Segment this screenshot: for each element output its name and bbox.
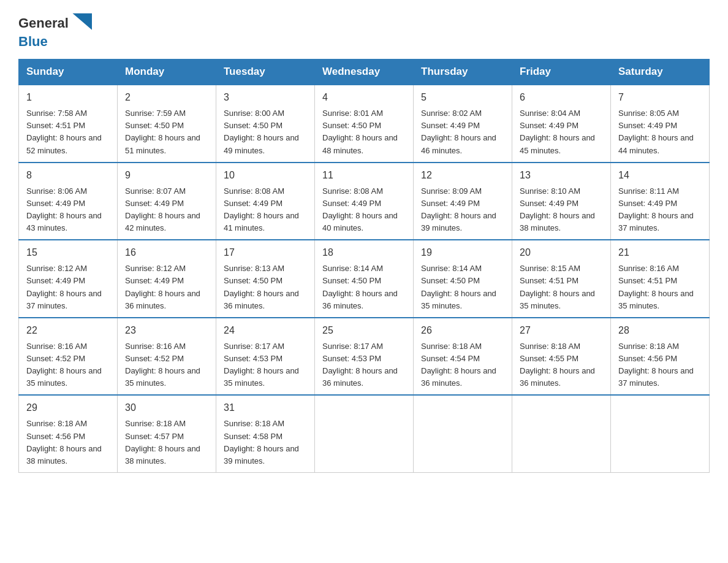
calendar-day-cell: 30Sunrise: 8:18 AMSunset: 4:57 PMDayligh…: [118, 395, 216, 472]
day-info: Sunrise: 8:10 AMSunset: 4:49 PMDaylight:…: [520, 185, 603, 235]
day-info: Sunrise: 8:16 AMSunset: 4:51 PMDaylight:…: [618, 262, 702, 312]
page-header: General Blue: [18, 12, 710, 49]
calendar-empty-cell: [315, 395, 414, 472]
day-number: 30: [125, 400, 208, 415]
day-info: Sunrise: 8:18 AMSunset: 4:54 PMDaylight:…: [421, 340, 504, 390]
day-info: Sunrise: 8:13 AMSunset: 4:50 PMDaylight:…: [224, 262, 307, 312]
day-number: 1: [26, 90, 110, 105]
day-number: 14: [618, 168, 702, 183]
calendar-week-row: 29Sunrise: 8:18 AMSunset: 4:56 PMDayligh…: [19, 395, 710, 472]
day-number: 16: [125, 245, 208, 260]
logo-triangle-icon: [70, 12, 92, 34]
weekday-header-sunday: Sunday: [19, 59, 118, 85]
calendar-day-cell: 10Sunrise: 8:08 AMSunset: 4:49 PMDayligh…: [216, 163, 315, 240]
day-number: 22: [26, 323, 110, 338]
day-info: Sunrise: 8:02 AMSunset: 4:49 PMDaylight:…: [421, 107, 504, 157]
day-info: Sunrise: 8:01 AMSunset: 4:50 PMDaylight:…: [322, 107, 406, 157]
day-number: 4: [322, 90, 406, 105]
day-info: Sunrise: 8:18 AMSunset: 4:58 PMDaylight:…: [224, 418, 307, 467]
day-info: Sunrise: 8:09 AMSunset: 4:49 PMDaylight:…: [421, 185, 504, 235]
day-number: 17: [224, 245, 307, 260]
calendar-day-cell: 15Sunrise: 8:12 AMSunset: 4:49 PMDayligh…: [19, 240, 118, 318]
day-number: 31: [224, 400, 307, 415]
day-number: 5: [421, 90, 504, 105]
day-info: Sunrise: 8:04 AMSunset: 4:49 PMDaylight:…: [520, 107, 603, 157]
calendar-day-cell: 26Sunrise: 8:18 AMSunset: 4:54 PMDayligh…: [414, 318, 512, 396]
day-info: Sunrise: 8:15 AMSunset: 4:51 PMDaylight:…: [520, 262, 603, 312]
calendar-day-cell: 11Sunrise: 8:08 AMSunset: 4:49 PMDayligh…: [315, 163, 414, 240]
calendar-week-row: 22Sunrise: 8:16 AMSunset: 4:52 PMDayligh…: [19, 318, 710, 396]
day-number: 10: [224, 168, 307, 183]
logo: General Blue: [18, 12, 92, 49]
day-info: Sunrise: 8:18 AMSunset: 4:57 PMDaylight:…: [125, 418, 208, 467]
weekday-header-tuesday: Tuesday: [216, 59, 315, 85]
day-info: Sunrise: 8:12 AMSunset: 4:49 PMDaylight:…: [125, 262, 208, 312]
day-info: Sunrise: 8:18 AMSunset: 4:56 PMDaylight:…: [618, 340, 702, 390]
day-number: 26: [421, 323, 504, 338]
calendar-day-cell: 29Sunrise: 8:18 AMSunset: 4:56 PMDayligh…: [19, 395, 118, 472]
calendar-day-cell: 21Sunrise: 8:16 AMSunset: 4:51 PMDayligh…: [611, 240, 710, 318]
day-number: 3: [224, 90, 307, 105]
day-info: Sunrise: 8:17 AMSunset: 4:53 PMDaylight:…: [224, 340, 307, 390]
calendar-empty-cell: [611, 395, 710, 472]
day-info: Sunrise: 8:17 AMSunset: 4:53 PMDaylight:…: [322, 340, 406, 390]
day-info: Sunrise: 8:18 AMSunset: 4:55 PMDaylight:…: [520, 340, 603, 390]
logo-text-blue: Blue: [18, 34, 48, 49]
day-info: Sunrise: 8:11 AMSunset: 4:49 PMDaylight:…: [618, 185, 702, 235]
day-number: 8: [26, 168, 110, 183]
calendar-day-cell: 3Sunrise: 8:00 AMSunset: 4:50 PMDaylight…: [216, 85, 315, 163]
weekday-header-saturday: Saturday: [611, 59, 710, 85]
weekday-header-thursday: Thursday: [414, 59, 512, 85]
day-info: Sunrise: 8:08 AMSunset: 4:49 PMDaylight:…: [224, 185, 307, 235]
calendar-day-cell: 22Sunrise: 8:16 AMSunset: 4:52 PMDayligh…: [19, 318, 118, 396]
day-number: 18: [322, 245, 406, 260]
calendar-day-cell: 19Sunrise: 8:14 AMSunset: 4:50 PMDayligh…: [414, 240, 512, 318]
day-number: 20: [520, 245, 603, 260]
calendar-week-row: 1Sunrise: 7:58 AMSunset: 4:51 PMDaylight…: [19, 85, 710, 163]
day-info: Sunrise: 7:59 AMSunset: 4:50 PMDaylight:…: [125, 107, 208, 157]
day-number: 21: [618, 245, 702, 260]
calendar-day-cell: 16Sunrise: 8:12 AMSunset: 4:49 PMDayligh…: [118, 240, 216, 318]
day-info: Sunrise: 8:00 AMSunset: 4:50 PMDaylight:…: [224, 107, 307, 157]
day-info: Sunrise: 7:58 AMSunset: 4:51 PMDaylight:…: [26, 107, 110, 157]
day-info: Sunrise: 8:08 AMSunset: 4:49 PMDaylight:…: [322, 185, 406, 235]
day-number: 7: [618, 90, 702, 105]
calendar-week-row: 8Sunrise: 8:06 AMSunset: 4:49 PMDaylight…: [19, 163, 710, 240]
calendar-day-cell: 31Sunrise: 8:18 AMSunset: 4:58 PMDayligh…: [216, 395, 315, 472]
calendar-day-cell: 1Sunrise: 7:58 AMSunset: 4:51 PMDaylight…: [19, 85, 118, 163]
weekday-header-monday: Monday: [118, 59, 216, 85]
calendar-day-cell: 7Sunrise: 8:05 AMSunset: 4:49 PMDaylight…: [611, 85, 710, 163]
day-number: 6: [520, 90, 603, 105]
svg-marker-0: [72, 13, 92, 30]
calendar-day-cell: 20Sunrise: 8:15 AMSunset: 4:51 PMDayligh…: [512, 240, 611, 318]
day-number: 15: [26, 245, 110, 260]
day-number: 23: [125, 323, 208, 338]
day-info: Sunrise: 8:06 AMSunset: 4:49 PMDaylight:…: [26, 185, 110, 235]
calendar-day-cell: 12Sunrise: 8:09 AMSunset: 4:49 PMDayligh…: [414, 163, 512, 240]
day-info: Sunrise: 8:14 AMSunset: 4:50 PMDaylight:…: [322, 262, 406, 312]
calendar-empty-cell: [512, 395, 611, 472]
calendar-empty-cell: [414, 395, 512, 472]
day-info: Sunrise: 8:18 AMSunset: 4:56 PMDaylight:…: [26, 418, 110, 467]
day-info: Sunrise: 8:16 AMSunset: 4:52 PMDaylight:…: [125, 340, 208, 390]
day-number: 13: [520, 168, 603, 183]
calendar-day-cell: 14Sunrise: 8:11 AMSunset: 4:49 PMDayligh…: [611, 163, 710, 240]
calendar-day-cell: 13Sunrise: 8:10 AMSunset: 4:49 PMDayligh…: [512, 163, 611, 240]
calendar-day-cell: 6Sunrise: 8:04 AMSunset: 4:49 PMDaylight…: [512, 85, 611, 163]
calendar-day-cell: 5Sunrise: 8:02 AMSunset: 4:49 PMDaylight…: [414, 85, 512, 163]
day-info: Sunrise: 8:07 AMSunset: 4:49 PMDaylight:…: [125, 185, 208, 235]
day-info: Sunrise: 8:12 AMSunset: 4:49 PMDaylight:…: [26, 262, 110, 312]
day-number: 19: [421, 245, 504, 260]
day-number: 11: [322, 168, 406, 183]
day-number: 9: [125, 168, 208, 183]
calendar-day-cell: 9Sunrise: 8:07 AMSunset: 4:49 PMDaylight…: [118, 163, 216, 240]
day-number: 2: [125, 90, 208, 105]
day-number: 12: [421, 168, 504, 183]
calendar-day-cell: 25Sunrise: 8:17 AMSunset: 4:53 PMDayligh…: [315, 318, 414, 396]
calendar-day-cell: 8Sunrise: 8:06 AMSunset: 4:49 PMDaylight…: [19, 163, 118, 240]
weekday-header-wednesday: Wednesday: [315, 59, 414, 85]
calendar-day-cell: 17Sunrise: 8:13 AMSunset: 4:50 PMDayligh…: [216, 240, 315, 318]
calendar-day-cell: 2Sunrise: 7:59 AMSunset: 4:50 PMDaylight…: [118, 85, 216, 163]
day-number: 25: [322, 323, 406, 338]
calendar-day-cell: 18Sunrise: 8:14 AMSunset: 4:50 PMDayligh…: [315, 240, 414, 318]
